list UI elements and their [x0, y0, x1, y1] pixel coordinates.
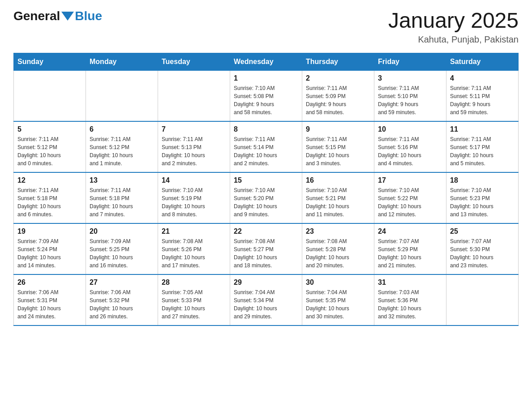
calendar-header: SundayMondayTuesdayWednesdayThursdayFrid…: [14, 53, 519, 70]
day-number: 15: [234, 176, 298, 184]
day-number: 25: [450, 227, 515, 235]
day-info: Sunrise: 7:09 AMSunset: 5:25 PMDaylight:…: [90, 237, 154, 270]
calendar-cell: [14, 70, 86, 121]
calendar-cell: 6Sunrise: 7:11 AMSunset: 5:12 PMDaylight…: [86, 121, 158, 172]
calendar-cell: 5Sunrise: 7:11 AMSunset: 5:12 PMDaylight…: [14, 121, 86, 172]
day-info: Sunrise: 7:05 AMSunset: 5:33 PMDaylight:…: [162, 288, 226, 321]
day-info: Sunrise: 7:10 AMSunset: 5:20 PMDaylight:…: [234, 186, 298, 218]
day-number: 22: [234, 227, 298, 235]
day-number: 31: [378, 278, 442, 287]
logo-triangle-icon: [61, 12, 74, 21]
calendar-title: January 2025: [388, 9, 519, 33]
day-number: 26: [17, 278, 82, 287]
calendar-cell: 26Sunrise: 7:06 AMSunset: 5:31 PMDayligh…: [14, 274, 86, 325]
calendar-cell: 18Sunrise: 7:10 AMSunset: 5:23 PMDayligh…: [446, 172, 519, 223]
weekday-header-row: SundayMondayTuesdayWednesdayThursdayFrid…: [14, 53, 519, 70]
day-info: Sunrise: 7:08 AMSunset: 5:26 PMDaylight:…: [162, 237, 226, 270]
calendar-cell: 29Sunrise: 7:04 AMSunset: 5:34 PMDayligh…: [230, 274, 302, 325]
calendar-week-row: 1Sunrise: 7:10 AMSunset: 5:08 PMDaylight…: [14, 70, 519, 121]
weekday-header-monday: Monday: [86, 53, 158, 70]
day-number: 12: [17, 176, 82, 184]
day-number: 5: [17, 125, 82, 133]
day-number: 21: [162, 227, 226, 235]
day-number: 3: [378, 74, 442, 82]
calendar-cell: 21Sunrise: 7:08 AMSunset: 5:26 PMDayligh…: [158, 223, 230, 274]
weekday-header-tuesday: Tuesday: [158, 53, 230, 70]
weekday-header-friday: Friday: [374, 53, 446, 70]
day-number: 20: [90, 227, 154, 235]
day-info: Sunrise: 7:11 AMSunset: 5:15 PMDaylight:…: [306, 135, 370, 167]
calendar-cell: [446, 274, 519, 325]
day-info: Sunrise: 7:11 AMSunset: 5:17 PMDaylight:…: [450, 135, 515, 167]
day-info: Sunrise: 7:11 AMSunset: 5:09 PMDaylight:…: [306, 84, 370, 116]
day-info: Sunrise: 7:11 AMSunset: 5:13 PMDaylight:…: [162, 135, 226, 167]
day-number: 14: [162, 176, 226, 184]
calendar-cell: 10Sunrise: 7:11 AMSunset: 5:16 PMDayligh…: [374, 121, 446, 172]
weekday-header-saturday: Saturday: [446, 53, 519, 70]
page-header: General Blue January 2025 Kahuta, Punjab…: [13, 9, 519, 45]
day-number: 29: [234, 278, 298, 287]
calendar-cell: 31Sunrise: 7:03 AMSunset: 5:36 PMDayligh…: [374, 274, 446, 325]
calendar-cell: 12Sunrise: 7:11 AMSunset: 5:18 PMDayligh…: [14, 172, 86, 223]
day-number: 10: [378, 125, 442, 133]
logo-general-text: General: [13, 9, 60, 23]
day-info: Sunrise: 7:11 AMSunset: 5:10 PMDaylight:…: [378, 84, 442, 116]
calendar-body: 1Sunrise: 7:10 AMSunset: 5:08 PMDaylight…: [14, 70, 519, 325]
day-info: Sunrise: 7:11 AMSunset: 5:11 PMDaylight:…: [450, 84, 515, 116]
calendar-week-row: 19Sunrise: 7:09 AMSunset: 5:24 PMDayligh…: [14, 223, 519, 274]
weekday-header-thursday: Thursday: [302, 53, 374, 70]
day-number: 9: [306, 125, 370, 133]
day-number: 1: [234, 74, 298, 82]
day-info: Sunrise: 7:10 AMSunset: 5:22 PMDaylight:…: [378, 186, 442, 218]
calendar-cell: 24Sunrise: 7:07 AMSunset: 5:29 PMDayligh…: [374, 223, 446, 274]
calendar-cell: 23Sunrise: 7:08 AMSunset: 5:28 PMDayligh…: [302, 223, 374, 274]
day-info: Sunrise: 7:04 AMSunset: 5:34 PMDaylight:…: [234, 288, 298, 321]
calendar-cell: 3Sunrise: 7:11 AMSunset: 5:10 PMDaylight…: [374, 70, 446, 121]
logo-blue-text: Blue: [75, 9, 102, 23]
day-number: 2: [306, 74, 370, 82]
day-info: Sunrise: 7:04 AMSunset: 5:35 PMDaylight:…: [306, 288, 370, 321]
day-info: Sunrise: 7:11 AMSunset: 5:16 PMDaylight:…: [378, 135, 442, 167]
day-info: Sunrise: 7:10 AMSunset: 5:08 PMDaylight:…: [234, 84, 298, 116]
calendar-cell: 22Sunrise: 7:08 AMSunset: 5:27 PMDayligh…: [230, 223, 302, 274]
day-info: Sunrise: 7:06 AMSunset: 5:32 PMDaylight:…: [90, 288, 154, 321]
day-info: Sunrise: 7:06 AMSunset: 5:31 PMDaylight:…: [17, 288, 82, 321]
day-info: Sunrise: 7:11 AMSunset: 5:18 PMDaylight:…: [90, 186, 154, 218]
title-area: January 2025 Kahuta, Punjab, Pakistan: [388, 9, 519, 45]
day-number: 16: [306, 176, 370, 184]
day-number: 30: [306, 278, 370, 287]
day-info: Sunrise: 7:03 AMSunset: 5:36 PMDaylight:…: [378, 288, 442, 321]
calendar-cell: 13Sunrise: 7:11 AMSunset: 5:18 PMDayligh…: [86, 172, 158, 223]
day-info: Sunrise: 7:07 AMSunset: 5:29 PMDaylight:…: [378, 237, 442, 270]
calendar-cell: 7Sunrise: 7:11 AMSunset: 5:13 PMDaylight…: [158, 121, 230, 172]
day-info: Sunrise: 7:10 AMSunset: 5:23 PMDaylight:…: [450, 186, 515, 218]
calendar-cell: 11Sunrise: 7:11 AMSunset: 5:17 PMDayligh…: [446, 121, 519, 172]
calendar-cell: 16Sunrise: 7:10 AMSunset: 5:21 PMDayligh…: [302, 172, 374, 223]
day-number: 13: [90, 176, 154, 184]
day-info: Sunrise: 7:08 AMSunset: 5:28 PMDaylight:…: [306, 237, 370, 270]
calendar-cell: 4Sunrise: 7:11 AMSunset: 5:11 PMDaylight…: [446, 70, 519, 121]
day-number: 24: [378, 227, 442, 235]
calendar-cell: 19Sunrise: 7:09 AMSunset: 5:24 PMDayligh…: [14, 223, 86, 274]
calendar-cell: 1Sunrise: 7:10 AMSunset: 5:08 PMDaylight…: [230, 70, 302, 121]
calendar-cell: [86, 70, 158, 121]
day-number: 8: [234, 125, 298, 133]
calendar-week-row: 12Sunrise: 7:11 AMSunset: 5:18 PMDayligh…: [14, 172, 519, 223]
day-number: 27: [90, 278, 154, 287]
day-number: 18: [450, 176, 515, 184]
calendar-subtitle: Kahuta, Punjab, Pakistan: [388, 34, 519, 45]
weekday-header-wednesday: Wednesday: [230, 53, 302, 70]
weekday-header-sunday: Sunday: [14, 53, 86, 70]
calendar-cell: 30Sunrise: 7:04 AMSunset: 5:35 PMDayligh…: [302, 274, 374, 325]
calendar-cell: 27Sunrise: 7:06 AMSunset: 5:32 PMDayligh…: [86, 274, 158, 325]
day-info: Sunrise: 7:11 AMSunset: 5:14 PMDaylight:…: [234, 135, 298, 167]
day-info: Sunrise: 7:07 AMSunset: 5:30 PMDaylight:…: [450, 237, 515, 270]
logo: General Blue: [13, 9, 102, 23]
calendar-cell: 25Sunrise: 7:07 AMSunset: 5:30 PMDayligh…: [446, 223, 519, 274]
day-info: Sunrise: 7:11 AMSunset: 5:12 PMDaylight:…: [17, 135, 82, 167]
day-number: 23: [306, 227, 370, 235]
calendar-cell: 14Sunrise: 7:10 AMSunset: 5:19 PMDayligh…: [158, 172, 230, 223]
calendar-cell: 28Sunrise: 7:05 AMSunset: 5:33 PMDayligh…: [158, 274, 230, 325]
day-info: Sunrise: 7:10 AMSunset: 5:19 PMDaylight:…: [162, 186, 226, 218]
day-info: Sunrise: 7:11 AMSunset: 5:18 PMDaylight:…: [17, 186, 82, 218]
